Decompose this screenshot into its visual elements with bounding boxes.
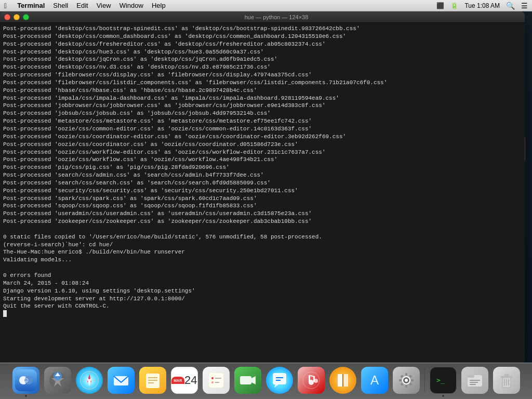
- dock-active-dot: [442, 395, 444, 397]
- search-icon[interactable]: 🔍: [506, 2, 515, 10]
- finder-icon: ☺: [12, 367, 39, 394]
- svg-rect-34: [338, 374, 342, 387]
- svg-rect-24: [240, 376, 251, 384]
- svg-rect-41: [405, 385, 407, 388]
- dock-item-notes[interactable]: [138, 367, 167, 397]
- dock: ☺: [0, 363, 532, 399]
- dock-item-terminal[interactable]: >_: [429, 367, 458, 397]
- itunes-icon: [298, 367, 325, 394]
- svg-rect-44: [400, 375, 403, 378]
- terminal-body[interactable]: Post-processed 'desktop/css/bootstrap-sp…: [0, 23, 525, 363]
- svg-rect-42: [399, 379, 402, 381]
- svg-point-39: [405, 379, 408, 382]
- app-name[interactable]: Terminal: [17, 2, 45, 9]
- dock-item-trash[interactable]: [492, 367, 521, 397]
- dock-active-dot: [25, 395, 27, 397]
- svg-marker-25: [251, 376, 256, 384]
- minimize-button[interactable]: [14, 14, 20, 20]
- menubar:  Terminal Shell Edit View Window Help ⬛…: [0, 0, 532, 11]
- menu-window[interactable]: Window: [119, 2, 143, 9]
- menu-view[interactable]: View: [97, 2, 111, 9]
- dock-item-appstore[interactable]: A: [360, 367, 389, 397]
- dock-item-messages[interactable]: [265, 367, 294, 397]
- notes-icon: [139, 367, 166, 394]
- svg-rect-19: [209, 373, 223, 388]
- svg-rect-53: [470, 382, 478, 383]
- desktop: OS X BaseSystem ████████████████████ ███…: [0, 11, 532, 363]
- maximize-button[interactable]: [23, 14, 29, 20]
- appstore-icon: A: [361, 367, 388, 394]
- svg-rect-52: [470, 380, 480, 381]
- menu-edit[interactable]: Edit: [76, 2, 88, 9]
- svg-rect-15: [146, 374, 159, 388]
- menu-shell[interactable]: Shell: [53, 2, 68, 9]
- svg-marker-13: [87, 378, 91, 387]
- terminal-dock-icon: >_: [430, 367, 457, 394]
- dock-item-filemanager[interactable]: [460, 367, 489, 397]
- dock-item-finder[interactable]: ☺: [11, 367, 41, 397]
- menubar-right: ⬛ 🔋 Tue 1:08 AM 🔍 ☰: [436, 2, 528, 10]
- dock-item-systemprefs[interactable]: [392, 367, 421, 397]
- calendar-icon: MAR 24: [171, 367, 198, 394]
- menu-help[interactable]: Help: [152, 2, 166, 9]
- mail-icon: [108, 367, 135, 394]
- svg-rect-32: [309, 375, 310, 382]
- svg-point-20: [211, 377, 214, 379]
- trash-icon: [493, 367, 520, 394]
- dock-item-launchpad[interactable]: [43, 367, 72, 397]
- svg-text:☺: ☺: [22, 376, 29, 384]
- dock-item-mail[interactable]: [107, 367, 136, 397]
- svg-rect-45: [409, 375, 412, 378]
- svg-text:>_: >_: [436, 376, 445, 384]
- messages-icon: [266, 367, 293, 394]
- calendar-month-label: MAR: [174, 379, 182, 382]
- svg-point-21: [211, 381, 214, 383]
- svg-text:A: A: [370, 373, 378, 387]
- launchpad-icon: [44, 367, 71, 394]
- terminal-titlebar: hue — python — 124×38: [0, 11, 525, 23]
- dock-item-reminders[interactable]: [202, 367, 231, 397]
- terminal-window: hue — python — 124×38 Post-processed 'de…: [0, 11, 525, 363]
- filemanager-icon: [461, 367, 488, 394]
- svg-rect-47: [409, 382, 412, 385]
- dock-item-safari[interactable]: [75, 367, 104, 397]
- calendar-date-label: 24: [184, 374, 197, 387]
- svg-rect-43: [411, 379, 414, 381]
- battery-icon: 🔋: [450, 2, 458, 9]
- terminal-output: Post-processed 'desktop/css/bootstrap-sp…: [3, 25, 387, 317]
- menu-icon[interactable]: ☰: [521, 2, 528, 10]
- svg-line-33: [310, 376, 315, 377]
- facetime-icon: [234, 367, 261, 394]
- reminders-icon: [203, 367, 230, 394]
- svg-rect-40: [405, 373, 407, 376]
- clock: Tue 1:08 AM: [464, 2, 500, 9]
- apple-menu[interactable]: : [4, 2, 7, 10]
- dock-item-itunes[interactable]: [297, 367, 326, 397]
- dock-item-facetime[interactable]: [233, 367, 262, 397]
- svg-rect-51: [468, 375, 474, 378]
- svg-rect-46: [400, 382, 403, 385]
- dock-item-calendar[interactable]: MAR 24: [170, 367, 199, 397]
- screen-share-icon: ⬛: [436, 2, 444, 9]
- svg-rect-57: [504, 374, 509, 376]
- cursor: [3, 310, 7, 317]
- systemprefs-icon: [393, 367, 420, 394]
- svg-rect-54: [470, 384, 476, 385]
- dock-item-ibooks[interactable]: [328, 367, 357, 397]
- terminal-title: hue — python — 124×38: [32, 14, 521, 20]
- svg-rect-56: [501, 376, 512, 378]
- dock-divider: [424, 368, 425, 393]
- safari-icon: [76, 367, 103, 394]
- svg-rect-35: [343, 374, 348, 387]
- close-button[interactable]: [4, 14, 10, 20]
- ibooks-icon: [329, 367, 356, 394]
